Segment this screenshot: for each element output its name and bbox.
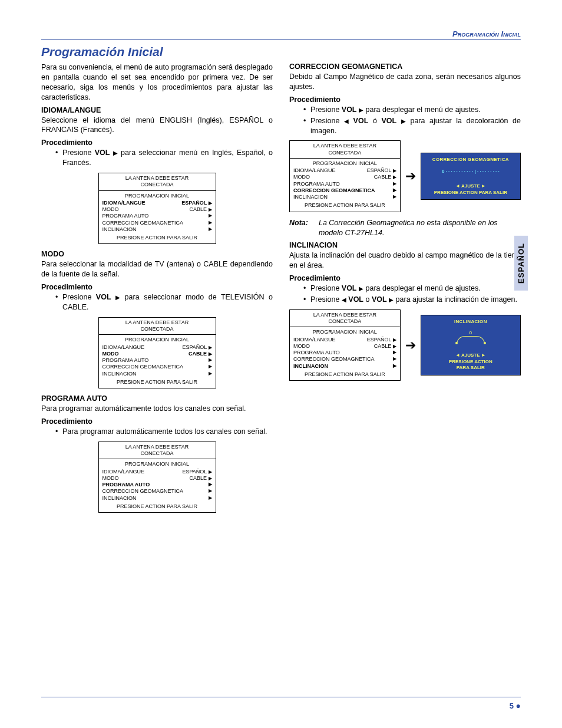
label: IDIOMA/LANGUE: [103, 344, 145, 351]
menu-row: CORRECCION GEOMAGNETICA▶: [99, 220, 216, 226]
text: LA ANTENA DEBE ESTAR: [313, 143, 376, 149]
figure-inclinacion: LA ANTENA DEBE ESTAR CONECTADA PROGRAMAC…: [289, 309, 521, 381]
text: LA ANTENA DEBE ESTAR: [125, 175, 189, 181]
inclinacion-text: Ajusta la inclinación del cuadro debido …: [289, 251, 521, 271]
text: para desplegar el menú de ajustes.: [363, 284, 481, 292]
correccion-heading: CORRECCION GEOMAGNETICA: [289, 62, 521, 71]
menu-row: IDIOMA/LANGUEESPAÑOL ▶: [290, 337, 400, 343]
vol-label: VOL: [348, 295, 363, 304]
inclinacion-bullet-2: Presione ◀ VOL o VOL ▶ para ajustar la i…: [310, 295, 521, 305]
label: PROGRAMA AUTO: [293, 181, 340, 187]
correccion-bullets: Presione VOL ▶ para desplegar el menú de…: [289, 105, 521, 136]
right-triangle-icon: ▶: [393, 363, 396, 370]
menu-row: CORRECCION GEOMAGNETICA▶: [290, 356, 400, 363]
text: para ajustar la inclinación de imagen.: [394, 295, 517, 304]
menu-footer: PRESIONE ACTION PARA SALIR: [99, 233, 216, 243]
menu-header: LA ANTENA DEBE ESTAR CONECTADA: [290, 310, 400, 328]
right-triangle-icon: ▶: [209, 476, 212, 481]
modo-heading: MODO: [41, 250, 273, 258]
text: CONECTADA: [141, 450, 174, 456]
right-triangle-icon: ▶: [359, 106, 363, 114]
menu-footer: PRESIONE ACTION PARA SALIR: [290, 370, 400, 380]
label: INCLINACION: [293, 194, 328, 200]
menu-row: CORRECCION GEOMAGNETICA▶: [99, 488, 216, 495]
programa-text: Para programar automáticamente todos los…: [41, 404, 273, 414]
right-triangle-icon: ▶: [209, 207, 212, 212]
value: CABLE ▶: [374, 174, 396, 180]
vol-label: VOL: [353, 117, 369, 125]
text: ESPAÑOL: [181, 200, 207, 206]
right-triangle-icon: ▶: [209, 364, 212, 370]
right-triangle-icon: ▶: [209, 213, 212, 219]
text: CABLE: [374, 343, 392, 349]
panel-adjust-label: ◄ AJUSTE ►: [424, 353, 518, 358]
right-triangle-icon: ▶: [113, 149, 118, 157]
right-triangle-icon: ▶: [389, 296, 394, 304]
menu-screenshot-idioma: LA ANTENA DEBE ESTAR CONECTADA PROGRAMAC…: [98, 173, 216, 244]
idioma-text: Seleccione el idioma del menú ENGLISH (I…: [41, 116, 273, 136]
programa-heading: PROGRAMA AUTO: [41, 394, 273, 403]
label: MODO: [293, 343, 310, 350]
programa-bullets: Para programar automáticamente todos los…: [41, 427, 273, 437]
right-triangle-icon: ▶: [393, 181, 396, 187]
right-triangle-icon: ▶: [209, 200, 212, 206]
text: Presione: [310, 106, 342, 114]
menu-screenshot-programa: LA ANTENA DEBE ESTAR CONECTADA PROGRAMAC…: [98, 442, 216, 513]
text: PRESIONE ACTION: [449, 359, 492, 364]
text: ESPAÑOL: [182, 469, 207, 475]
right-triangle-icon: ▶: [393, 337, 396, 342]
text: ESPAÑOL: [182, 344, 207, 350]
right-triangle-icon: ▶: [393, 344, 396, 349]
right-triangle-icon: ▶: [393, 356, 396, 363]
modo-proc-label: Procedimiento: [41, 283, 273, 291]
right-column: CORRECCION GEOMAGNETICA Debido al Campo …: [289, 62, 521, 519]
page-footer: 5 ●: [510, 701, 521, 710]
text: Presione: [310, 117, 344, 125]
menu-header: LA ANTENA DEBE ESTAR CONECTADA: [99, 173, 216, 191]
inclinacion-proc-label: Procedimiento: [289, 274, 521, 282]
vol-label: VOL: [342, 284, 357, 292]
right-triangle-icon: ▶: [115, 294, 120, 302]
menu-footer: PRESIONE ACTION PARA SALIR: [290, 200, 400, 211]
label: MODO: [103, 206, 119, 213]
menu-row: INCLINACION▶: [99, 371, 216, 377]
value: CABLE ▶: [189, 351, 212, 357]
label: CORRECCION GEOMAGNETICA: [103, 220, 184, 226]
value: CABLE ▶: [189, 475, 211, 482]
value: ESPAÑOL ▶: [181, 200, 211, 206]
text: PARA SALIR: [457, 365, 485, 370]
panel-exit-label: PRESIONE ACTION PARA SALIR: [424, 359, 518, 371]
text: Presione: [310, 284, 342, 292]
label: CORRECCION GEOMAGNETICA: [293, 356, 375, 363]
right-triangle-icon: ▶: [209, 482, 212, 488]
label: IDIOMA/LANGUE: [293, 167, 336, 174]
left-triangle-icon: ◀: [342, 296, 346, 304]
panel-slider: 0 · · · · · · · · · · · | · · · · · · · …: [424, 169, 518, 174]
right-triangle-icon: ▶: [209, 495, 212, 502]
idioma-bullets: Presione VOL ▶ para seleccionar menú en …: [41, 148, 273, 168]
running-header: Programación Inicial: [41, 29, 521, 38]
vol-label: VOL: [342, 106, 357, 114]
label: INCLINACION: [103, 495, 137, 502]
menu-footer: PRESIONE ACTION PARA SALIR: [99, 377, 216, 388]
menu-row: MODOCABLE ▶: [99, 206, 216, 213]
inclinacion-bullets: Presione VOL ▶ para desplegar el menú de…: [289, 284, 521, 305]
arc-shape: [457, 336, 485, 344]
right-triangle-icon: ▶: [209, 351, 212, 357]
text: LA ANTENA DEBE ESTAR: [125, 444, 189, 450]
label: CORRECCION GEOMAGNETICA: [293, 187, 375, 194]
right-arrow-icon: ➔: [405, 170, 416, 183]
modo-text: Para seleccionar la modalidad de TV (ant…: [41, 259, 273, 279]
note: Nota: La Corrección Geomagnetica no esta…: [289, 218, 521, 238]
header-rule: [41, 39, 521, 40]
menu-title: PROGRAMACION INICIAL: [290, 327, 400, 336]
right-triangle-icon: ▶: [209, 469, 212, 475]
label: MODO: [103, 475, 119, 482]
right-arrow-icon: ➔: [405, 339, 416, 352]
label: PROGRAMA AUTO: [293, 350, 340, 356]
text: CONECTADA: [328, 318, 361, 324]
correccion-text: Debido al Campo Magnético de cada zona, …: [289, 72, 521, 92]
label: INCLINACION: [103, 226, 137, 233]
vol-label: VOL: [382, 117, 397, 125]
menu-header: LA ANTENA DEBE ESTAR CONECTADA: [99, 318, 216, 335]
